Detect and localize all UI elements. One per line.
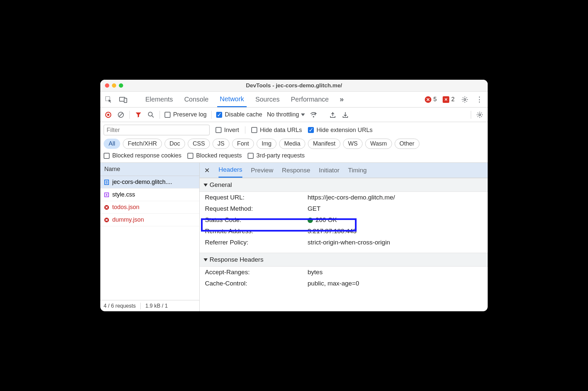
issues-icon: ✕ [443, 96, 449, 103]
settings-icon[interactable] [461, 95, 469, 104]
chip-media[interactable]: Media [279, 139, 305, 149]
name-column-header[interactable]: Name [100, 163, 199, 176]
detail-body: General Request URL:https://jec-cors-dem… [200, 178, 488, 311]
kv-cache-control: Cache-Control:public, max-age=0 [200, 278, 488, 289]
disclosure-triangle-icon [204, 184, 208, 187]
request-rows: jec-cors-demo.glitch.... style.css todos… [100, 176, 199, 300]
svg-line-7 [119, 113, 123, 117]
hide-data-urls-checkbox[interactable]: Hide data URLs [251, 127, 302, 134]
chip-doc[interactable]: Doc [165, 139, 185, 149]
request-row[interactable]: jec-cors-demo.glitch.... [100, 176, 199, 189]
error-icon: ✕ [425, 96, 431, 103]
tab-network[interactable]: Network [217, 92, 247, 107]
throttling-select[interactable]: No throttling [267, 111, 305, 118]
titlebar: DevTools - jec-cors-demo.glitch.me/ [100, 80, 488, 92]
detail-tab-headers[interactable]: Headers [219, 163, 242, 178]
detail-tab-response[interactable]: Response [282, 163, 310, 178]
kv-request-method: Request Method:GET [200, 203, 488, 214]
status-bar: 4 / 6 requests 1.9 kB / 1 [100, 300, 199, 311]
device-toolbar-icon[interactable] [119, 95, 127, 104]
chevron-down-icon [301, 113, 305, 116]
error-count: 5 [433, 96, 437, 103]
detail-tab-preview[interactable]: Preview [251, 163, 273, 178]
request-name: dummy.json [112, 216, 144, 223]
chip-js[interactable]: JS [213, 139, 229, 149]
tab-sources[interactable]: Sources [253, 92, 282, 107]
request-name: todos.json [112, 204, 139, 211]
request-list-panel: Name jec-cors-demo.glitch.... style.css … [100, 163, 200, 311]
issues-count: 2 [451, 96, 455, 103]
svg-rect-5 [107, 114, 109, 116]
chip-css[interactable]: CSS [188, 139, 210, 149]
filter-bar: Invert Hide data URLs ✓Hide extension UR… [100, 122, 488, 163]
devtools-window: DevTools - jec-cors-demo.glitch.me/ Elem… [100, 80, 488, 311]
close-detail-icon[interactable]: ✕ [204, 166, 210, 174]
document-icon [104, 179, 110, 185]
request-row[interactable]: todos.json [100, 201, 199, 214]
more-tabs-icon[interactable]: » [337, 95, 346, 104]
error-icon [104, 217, 110, 223]
tab-console[interactable]: Console [181, 92, 211, 107]
window-title: DevTools - jec-cors-demo.glitch.me/ [100, 82, 488, 89]
request-name: style.css [112, 191, 135, 198]
error-icon [104, 204, 110, 210]
import-har-icon[interactable] [341, 111, 349, 119]
disable-cache-checkbox[interactable]: ✓Disable cache [216, 111, 262, 118]
svg-line-9 [152, 116, 154, 117]
status-code-value: 200 OK [316, 216, 337, 223]
search-icon[interactable] [147, 111, 155, 119]
chip-manifest[interactable]: Manifest [308, 139, 340, 149]
type-filter-chips: All Fetch/XHR Doc CSS JS Font Img Media … [104, 139, 484, 149]
export-har-icon[interactable] [329, 111, 337, 119]
main-tabbar: Elements Console Network Sources Perform… [100, 92, 488, 108]
error-badge[interactable]: ✕ 5 [425, 96, 437, 103]
inspect-element-icon[interactable] [104, 95, 113, 104]
filter-input[interactable] [104, 125, 210, 135]
content-area: Name jec-cors-demo.glitch.... style.css … [100, 163, 488, 311]
invert-checkbox[interactable]: Invert [216, 127, 239, 134]
chip-other[interactable]: Other [395, 139, 419, 149]
response-headers-section-header[interactable]: Response Headers [200, 253, 488, 267]
transfer-size: 1.9 kB / 1 [145, 303, 168, 309]
chip-all[interactable]: All [104, 139, 120, 149]
record-button[interactable] [104, 111, 112, 119]
svg-point-11 [479, 114, 481, 116]
chip-font[interactable]: Font [232, 139, 254, 149]
filter-icon[interactable] [134, 111, 142, 119]
chip-fetch-xhr[interactable]: Fetch/XHR [123, 139, 162, 149]
network-toolbar: Preserve log ✓Disable cache No throttlin… [100, 108, 488, 122]
hide-extension-urls-checkbox[interactable]: ✓Hide extension URLs [308, 127, 372, 134]
network-settings-icon[interactable] [476, 111, 484, 119]
request-row[interactable]: dummy.json [100, 214, 199, 226]
disclosure-triangle-icon [204, 258, 208, 261]
kv-referrer-policy: Referrer Policy:strict-origin-when-cross… [200, 237, 488, 248]
chip-wasm[interactable]: Wasm [365, 139, 392, 149]
blocked-requests-checkbox[interactable]: Blocked requests [187, 152, 242, 159]
detail-tab-initiator[interactable]: Initiator [319, 163, 339, 178]
kv-remote-address: Remote Address:3.217.87.180:443 [200, 226, 488, 237]
third-party-checkbox[interactable]: 3rd-party requests [248, 152, 305, 159]
general-section-header[interactable]: General [200, 178, 488, 192]
kebab-menu-icon[interactable]: ⋮ [475, 95, 484, 104]
network-conditions-icon[interactable] [310, 111, 318, 119]
issues-badge[interactable]: ✕ 2 [443, 96, 455, 103]
kv-status-code: Status Code: 200 OK [200, 214, 488, 226]
request-count: 4 / 6 requests [104, 303, 136, 309]
chip-img[interactable]: Img [257, 139, 276, 149]
detail-tab-timing[interactable]: Timing [348, 163, 367, 178]
clear-button[interactable] [117, 111, 125, 119]
request-name: jec-cors-demo.glitch.... [112, 179, 172, 186]
status-ok-icon [308, 218, 313, 223]
chip-ws[interactable]: WS [343, 139, 363, 149]
detail-tabbar: ✕ Headers Preview Response Initiator Tim… [200, 163, 488, 178]
svg-rect-2 [124, 98, 127, 103]
tab-performance[interactable]: Performance [288, 92, 332, 107]
preserve-log-checkbox[interactable]: Preserve log [165, 111, 207, 118]
tab-elements[interactable]: Elements [143, 92, 175, 107]
request-detail-panel: ✕ Headers Preview Response Initiator Tim… [200, 163, 488, 311]
blocked-cookies-checkbox[interactable]: Blocked response cookies [104, 152, 181, 159]
svg-point-8 [148, 112, 152, 116]
stylesheet-icon [104, 192, 110, 198]
request-row[interactable]: style.css [100, 189, 199, 201]
svg-point-10 [313, 116, 314, 117]
